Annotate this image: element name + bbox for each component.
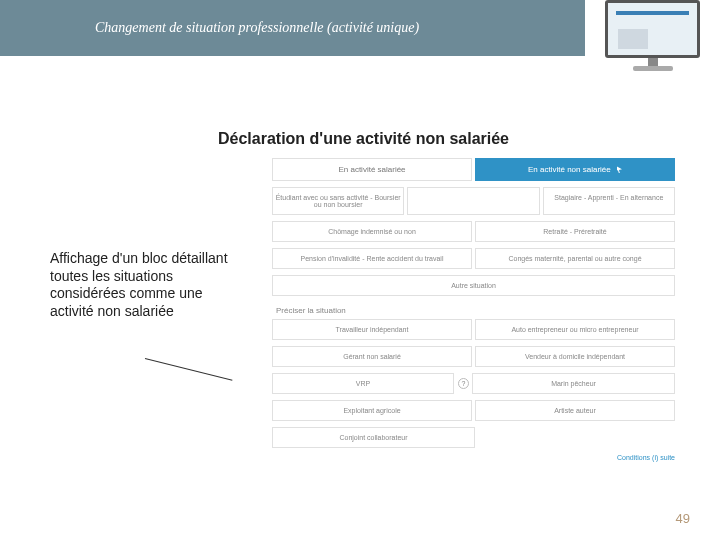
monitor-stand-icon [648,58,658,66]
option-intern[interactable]: Stagiaire - Apprenti - En alternance [543,187,675,215]
tab-salaried-label: En activité salariée [338,165,405,174]
option-empty[interactable] [407,187,539,215]
option-farmer[interactable]: Exploitant agricole [272,400,472,421]
tab-nonsalaried-label: En activité non salariée [528,165,611,174]
situation-row-5: Conjoint collaborateur [272,427,675,448]
tab-nonsalaried[interactable]: En activité non salariée [475,158,675,181]
monitor-base-icon [633,66,673,71]
row-1: Étudiant avec ou sans activité - Boursie… [272,187,675,215]
option-retired[interactable]: Retraité - Préretraité [475,221,675,242]
option-manager[interactable]: Gérant non salarié [272,346,472,367]
situation-row-4: Exploitant agricole Artiste auteur [272,400,675,421]
slide-title: Déclaration d'une activité non salariée [218,130,509,148]
row-2: Chômage indemnisé ou non Retraité - Prér… [272,221,675,242]
tabs-row: En activité salariée En activité non sal… [272,158,675,181]
option-leave[interactable]: Congés maternité, parental ou autre cong… [475,248,675,269]
option-home-seller[interactable]: Vendeur à domicile indépendant [475,346,675,367]
option-spouse-collaborator[interactable]: Conjoint collaborateur [272,427,475,448]
vrp-wrap: VRP ? [272,373,469,394]
tab-salaried[interactable]: En activité salariée [272,158,472,181]
option-auto-entrepreneur[interactable]: Auto entrepreneur ou micro entrepreneur [475,319,675,340]
bottom-link[interactable]: Conditions (i) suite [272,454,675,461]
pointer-line [145,358,233,381]
help-icon[interactable]: ? [458,378,469,389]
option-unemployment[interactable]: Chômage indemnisé ou non [272,221,472,242]
option-artist[interactable]: Artiste auteur [475,400,675,421]
option-vrp[interactable]: VRP [272,373,454,394]
situation-row-2: Gérant non salarié Vendeur à domicile in… [272,346,675,367]
option-pension[interactable]: Pension d'invalidité - Rente accident du… [272,248,472,269]
header-title: Changement de situation professionnelle … [95,20,419,36]
option-fisherman[interactable]: Marin pêcheur [472,373,675,394]
option-other[interactable]: Autre situation [272,275,675,296]
header-bar: Changement de situation professionnelle … [0,0,585,56]
situation-row-3: VRP ? Marin pêcheur [272,373,675,394]
page-number: 49 [676,511,690,526]
option-empty-cell [478,427,675,448]
situation-row-1: Travailleur indépendant Auto entrepreneu… [272,319,675,340]
monitor-illustration [605,0,700,72]
option-student[interactable]: Étudiant avec ou sans activité - Boursie… [272,187,404,215]
cursor-icon [617,166,622,173]
sub-header: Préciser la situation [276,306,675,315]
monitor-screen-icon [605,0,700,58]
option-freelance[interactable]: Travailleur indépendant [272,319,472,340]
row-3: Pension d'invalidité - Rente accident du… [272,248,675,269]
explanation-text: Affichage d'un bloc détaillant toutes le… [50,250,230,320]
ui-mockup: En activité salariée En activité non sal… [272,158,675,461]
